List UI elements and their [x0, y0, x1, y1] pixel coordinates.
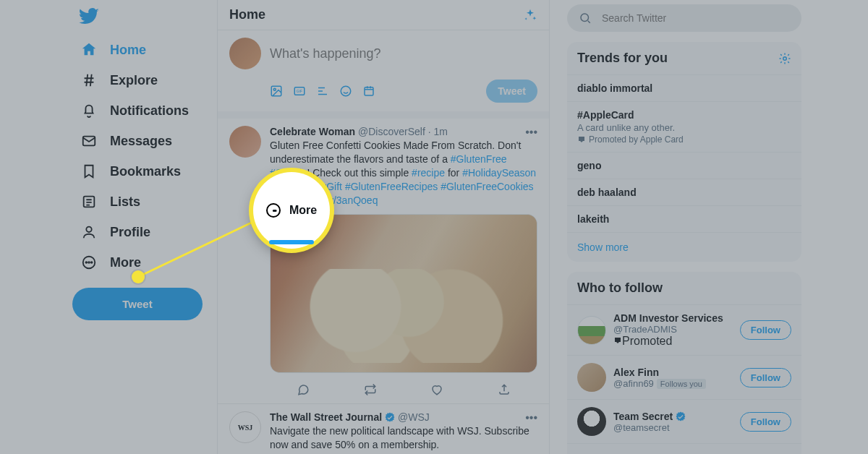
list-icon: [81, 194, 97, 210]
who-to-follow-card: Who to follow ADM Investor Services @Tra…: [567, 272, 801, 454]
svg-rect-12: [365, 87, 373, 95]
nav-label: Profile: [110, 225, 150, 240]
tweet-author[interactable]: The Wall Street Journal: [270, 411, 382, 423]
like-icon[interactable]: [430, 383, 443, 396]
tweet-text: Navigate the new political landscape wit…: [270, 424, 537, 452]
trend-item[interactable]: geno: [567, 152, 801, 179]
trends-title: Trends for you: [577, 51, 668, 66]
nav-more[interactable]: More: [72, 247, 217, 278]
sparkle-icon[interactable]: [523, 8, 537, 22]
verified-icon: [385, 412, 395, 422]
compose-input[interactable]: [270, 46, 537, 61]
nav-label: Bookmarks: [110, 164, 181, 179]
search-box[interactable]: [567, 4, 801, 32]
trends-show-more[interactable]: Show more: [567, 232, 801, 262]
trend-item[interactable]: deb haaland: [567, 179, 801, 205]
who-title: Who to follow: [577, 280, 663, 296]
main-column: Home GIF Tweet: [217, 0, 550, 454]
reply-icon[interactable]: [297, 383, 310, 396]
gear-icon[interactable]: [778, 52, 791, 65]
home-icon: [81, 42, 97, 58]
right-sidebar: Trends for you diablo immortal #AppleCar…: [550, 0, 868, 454]
tweet-image[interactable]: [270, 214, 537, 373]
trend-item[interactable]: #AppleCard A card unlike any other. Prom…: [567, 101, 801, 152]
compose-toolbar: GIF: [270, 85, 375, 98]
nav-profile[interactable]: Profile: [72, 217, 217, 247]
svg-point-13: [581, 14, 589, 22]
poll-icon[interactable]: [316, 85, 329, 98]
avatar: [577, 316, 606, 345]
follow-item[interactable]: Team Secret @teamsecret Follow: [567, 399, 801, 443]
gif-icon[interactable]: GIF: [293, 85, 306, 98]
hash-icon: [81, 72, 97, 88]
person-icon: [81, 224, 97, 240]
tweet-more-icon[interactable]: •••: [525, 126, 537, 139]
retweet-icon[interactable]: [364, 383, 377, 396]
follow-button[interactable]: Follow: [740, 320, 791, 340]
app-root: Home Explore Notifications Messages Book…: [0, 0, 868, 454]
nav-label: More: [110, 255, 141, 270]
nav-home[interactable]: Home: [72, 35, 217, 65]
svg-point-14: [783, 56, 787, 60]
search-input[interactable]: [602, 12, 790, 24]
schedule-icon[interactable]: [362, 85, 375, 98]
sidebar: Home Explore Notifications Messages Book…: [0, 0, 217, 454]
svg-point-6: [91, 262, 93, 263]
trend-item[interactable]: lakeith: [567, 205, 801, 232]
emoji-icon[interactable]: [339, 85, 352, 98]
tweet-actions: [270, 380, 537, 399]
sidebar-tweet-button[interactable]: Tweet: [72, 288, 203, 320]
avatar[interactable]: [229, 126, 261, 158]
svg-point-8: [273, 88, 276, 90]
twitter-logo-icon[interactable]: [78, 6, 100, 27]
verified-icon: [676, 411, 686, 421]
nav-messages[interactable]: Messages: [72, 126, 217, 156]
page-title: Home: [229, 7, 265, 22]
svg-point-5: [88, 262, 90, 263]
bookmark-icon: [81, 163, 97, 179]
avatar: [577, 407, 606, 436]
search-icon: [579, 12, 592, 25]
trend-item[interactable]: diablo immortal: [567, 74, 801, 101]
tweet: WSJ The Wall Street Journal @WSJ ••• Nav…: [218, 404, 549, 454]
svg-text:GIF: GIF: [297, 89, 303, 93]
nav-label: Messages: [110, 134, 172, 149]
who-show-more[interactable]: Show more: [567, 443, 801, 454]
svg-point-4: [85, 262, 87, 263]
svg-point-11: [341, 86, 351, 96]
bell-icon: [81, 103, 97, 119]
follow-item[interactable]: ADM Investor Services @TradeADMIS Promot…: [567, 304, 801, 355]
compose-box: GIF Tweet: [218, 30, 549, 119]
nav-explore[interactable]: Explore: [72, 65, 217, 95]
nav-label: Lists: [110, 194, 140, 210]
promoted-icon: [613, 336, 622, 345]
tweet-author[interactable]: Celebrate Woman: [270, 126, 355, 137]
nav-lists[interactable]: Lists: [72, 187, 217, 217]
trends-card: Trends for you diablo immortal #AppleCar…: [567, 42, 801, 262]
nav-notifications[interactable]: Notifications: [72, 95, 217, 126]
tweet: Celebrate Woman @DiscoverSelf · 1m ••• G…: [218, 119, 549, 404]
avatar: [577, 363, 606, 392]
avatar[interactable]: WSJ: [229, 411, 261, 443]
tweet-text: Gluten Free Confetti Cookies Made From S…: [270, 139, 537, 207]
follow-button[interactable]: Follow: [740, 368, 791, 387]
timeline-header: Home: [218, 0, 549, 30]
promoted-icon: [577, 135, 586, 144]
follow-button[interactable]: Follow: [740, 412, 791, 432]
nav-label: Explore: [110, 73, 158, 88]
envelope-icon: [81, 133, 97, 149]
compose-tweet-button[interactable]: Tweet: [486, 80, 537, 103]
tweet-more-icon[interactable]: •••: [525, 411, 537, 424]
nav-label: Home: [110, 43, 146, 58]
nav-bookmarks[interactable]: Bookmarks: [72, 156, 217, 187]
avatar[interactable]: [229, 38, 261, 69]
share-icon[interactable]: [498, 383, 511, 396]
svg-point-2: [86, 227, 91, 232]
nav-label: Notifications: [110, 103, 189, 119]
more-icon: [81, 254, 97, 270]
follow-item[interactable]: Alex Finn @afinn69Follows you Follow: [567, 355, 801, 399]
image-icon[interactable]: [270, 85, 283, 98]
